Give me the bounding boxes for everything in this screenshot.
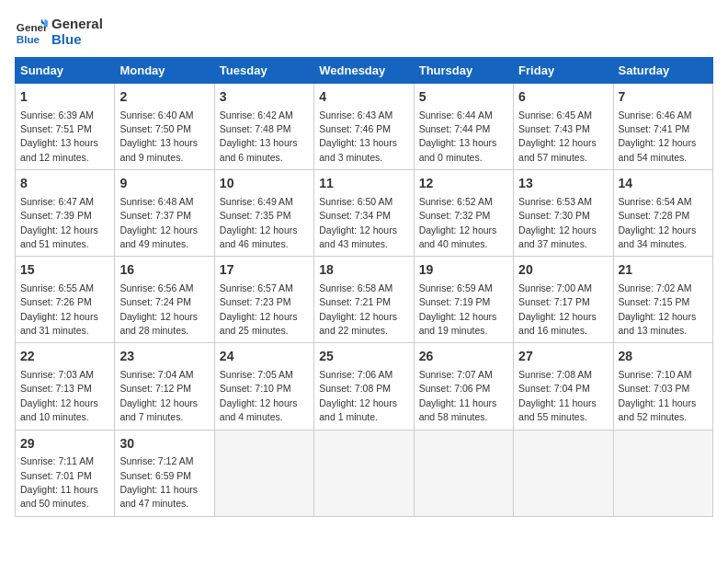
- calendar-day-cell: 4 Sunrise: 6:43 AMSunset: 7:46 PMDayligh…: [314, 84, 414, 170]
- day-number: 21: [619, 261, 708, 280]
- sunrise-info: Sunrise: 7:12 AMSunset: 6:59 PMDaylight:…: [119, 455, 198, 509]
- sunrise-info: Sunrise: 6:58 AMSunset: 7:21 PMDaylight:…: [319, 282, 397, 336]
- day-number: 7: [619, 88, 708, 107]
- calendar-day-cell: 22 Sunrise: 7:03 AMSunset: 7:13 PMDaylig…: [16, 343, 115, 430]
- day-number: 23: [119, 348, 209, 366]
- day-number: 18: [319, 261, 408, 280]
- day-number: 30: [119, 435, 209, 454]
- logo: General Blue General Blue: [15, 15, 103, 48]
- calendar-day-cell: 21 Sunrise: 7:02 AMSunset: 7:15 PMDaylig…: [613, 257, 712, 343]
- day-number: 17: [220, 261, 309, 280]
- calendar-day-cell: 12 Sunrise: 6:52 AMSunset: 7:32 PMDaylig…: [414, 170, 513, 257]
- calendar-day-cell: 30 Sunrise: 7:12 AMSunset: 6:59 PMDaylig…: [115, 430, 214, 516]
- svg-text:Blue: Blue: [17, 33, 40, 45]
- calendar-day-cell: [613, 430, 712, 516]
- calendar-day-cell: 1 Sunrise: 6:39 AMSunset: 7:51 PMDayligh…: [16, 84, 115, 170]
- sunrise-info: Sunrise: 6:57 AMSunset: 7:23 PMDaylight:…: [220, 282, 298, 336]
- sunrise-info: Sunrise: 6:53 AMSunset: 7:30 PMDaylight:…: [518, 196, 597, 249]
- col-sunday: Sunday: [16, 58, 115, 84]
- sunrise-info: Sunrise: 7:11 AMSunset: 7:01 PMDaylight:…: [20, 455, 98, 509]
- col-saturday: Saturday: [613, 58, 712, 84]
- calendar-day-cell: 19 Sunrise: 6:59 AMSunset: 7:19 PMDaylig…: [414, 257, 513, 343]
- sunrise-info: Sunrise: 6:44 AMSunset: 7:44 PMDaylight:…: [419, 109, 497, 163]
- calendar-day-cell: 29 Sunrise: 7:11 AMSunset: 7:01 PMDaylig…: [16, 430, 115, 516]
- sunrise-info: Sunrise: 7:03 AMSunset: 7:13 PMDaylight:…: [20, 369, 98, 422]
- day-number: 19: [419, 261, 508, 280]
- calendar-day-cell: 3 Sunrise: 6:42 AMSunset: 7:48 PMDayligh…: [214, 84, 313, 170]
- day-number: 22: [20, 348, 109, 366]
- calendar-day-cell: 26 Sunrise: 7:07 AMSunset: 7:06 PMDaylig…: [414, 343, 513, 430]
- sunrise-info: Sunrise: 7:00 AMSunset: 7:17 PMDaylight:…: [518, 282, 597, 336]
- calendar-day-cell: 25 Sunrise: 7:06 AMSunset: 7:08 PMDaylig…: [314, 343, 414, 430]
- sunrise-info: Sunrise: 6:39 AMSunset: 7:51 PMDaylight:…: [20, 109, 98, 163]
- calendar-table: Sunday Monday Tuesday Wednesday Thursday…: [15, 57, 713, 517]
- day-number: 25: [319, 348, 408, 366]
- day-number: 29: [20, 435, 109, 454]
- logo-general: General: [51, 16, 103, 31]
- day-number: 3: [220, 88, 309, 107]
- day-number: 15: [20, 261, 109, 280]
- calendar-week-row: 29 Sunrise: 7:11 AMSunset: 7:01 PMDaylig…: [16, 430, 713, 516]
- day-number: 20: [518, 261, 608, 280]
- calendar-day-cell: 11 Sunrise: 6:50 AMSunset: 7:34 PMDaylig…: [314, 170, 414, 257]
- calendar-day-cell: [314, 430, 414, 516]
- calendar-day-cell: 6 Sunrise: 6:45 AMSunset: 7:43 PMDayligh…: [514, 84, 613, 170]
- sunrise-info: Sunrise: 7:08 AMSunset: 7:04 PMDaylight:…: [518, 369, 597, 422]
- calendar-header-row: Sunday Monday Tuesday Wednesday Thursday…: [16, 58, 713, 84]
- calendar-day-cell: 17 Sunrise: 6:57 AMSunset: 7:23 PMDaylig…: [214, 257, 313, 343]
- day-number: 4: [319, 88, 408, 107]
- calendar-day-cell: 5 Sunrise: 6:44 AMSunset: 7:44 PMDayligh…: [414, 84, 513, 170]
- sunrise-info: Sunrise: 6:50 AMSunset: 7:34 PMDaylight:…: [319, 196, 397, 249]
- sunrise-info: Sunrise: 6:45 AMSunset: 7:43 PMDaylight:…: [518, 109, 597, 163]
- calendar-day-cell: [414, 430, 513, 516]
- sunrise-info: Sunrise: 6:40 AMSunset: 7:50 PMDaylight:…: [119, 109, 198, 163]
- sunrise-info: Sunrise: 7:05 AMSunset: 7:10 PMDaylight:…: [220, 369, 298, 422]
- sunrise-info: Sunrise: 6:49 AMSunset: 7:35 PMDaylight:…: [220, 196, 298, 249]
- col-thursday: Thursday: [414, 58, 513, 84]
- calendar-day-cell: 27 Sunrise: 7:08 AMSunset: 7:04 PMDaylig…: [514, 343, 613, 430]
- sunrise-info: Sunrise: 6:47 AMSunset: 7:39 PMDaylight:…: [20, 196, 98, 249]
- sunrise-info: Sunrise: 6:59 AMSunset: 7:19 PMDaylight:…: [419, 282, 497, 336]
- calendar-day-cell: 13 Sunrise: 6:53 AMSunset: 7:30 PMDaylig…: [514, 170, 613, 257]
- col-tuesday: Tuesday: [214, 58, 313, 84]
- day-number: 1: [20, 88, 109, 107]
- sunrise-info: Sunrise: 6:42 AMSunset: 7:48 PMDaylight:…: [220, 109, 298, 163]
- calendar-day-cell: 16 Sunrise: 6:56 AMSunset: 7:24 PMDaylig…: [115, 257, 214, 343]
- calendar-day-cell: [214, 430, 313, 516]
- calendar-day-cell: 15 Sunrise: 6:55 AMSunset: 7:26 PMDaylig…: [16, 257, 115, 343]
- calendar-day-cell: 20 Sunrise: 7:00 AMSunset: 7:17 PMDaylig…: [514, 257, 613, 343]
- calendar-week-row: 15 Sunrise: 6:55 AMSunset: 7:26 PMDaylig…: [16, 257, 713, 343]
- day-number: 8: [20, 175, 109, 193]
- day-number: 10: [220, 175, 309, 193]
- sunrise-info: Sunrise: 6:43 AMSunset: 7:46 PMDaylight:…: [319, 109, 397, 163]
- calendar-day-cell: 2 Sunrise: 6:40 AMSunset: 7:50 PMDayligh…: [115, 84, 214, 170]
- sunrise-info: Sunrise: 7:07 AMSunset: 7:06 PMDaylight:…: [419, 369, 497, 422]
- day-number: 28: [619, 348, 708, 366]
- sunrise-info: Sunrise: 7:02 AMSunset: 7:15 PMDaylight:…: [619, 282, 697, 336]
- calendar-day-cell: 7 Sunrise: 6:46 AMSunset: 7:41 PMDayligh…: [613, 84, 712, 170]
- calendar-week-row: 1 Sunrise: 6:39 AMSunset: 7:51 PMDayligh…: [16, 84, 713, 170]
- logo-icon: General Blue: [15, 15, 48, 48]
- sunrise-info: Sunrise: 6:52 AMSunset: 7:32 PMDaylight:…: [419, 196, 497, 249]
- sunrise-info: Sunrise: 7:10 AMSunset: 7:03 PMDaylight:…: [619, 369, 697, 422]
- day-number: 26: [419, 348, 508, 366]
- calendar-day-cell: 9 Sunrise: 6:48 AMSunset: 7:37 PMDayligh…: [115, 170, 214, 257]
- calendar-week-row: 22 Sunrise: 7:03 AMSunset: 7:13 PMDaylig…: [16, 343, 713, 430]
- day-number: 5: [419, 88, 508, 107]
- col-monday: Monday: [115, 58, 214, 84]
- logo-blue: Blue: [51, 31, 103, 47]
- day-number: 9: [119, 175, 209, 193]
- day-number: 2: [119, 88, 209, 107]
- day-number: 6: [518, 88, 608, 107]
- day-number: 14: [619, 175, 708, 193]
- sunrise-info: Sunrise: 6:55 AMSunset: 7:26 PMDaylight:…: [20, 282, 98, 336]
- calendar-week-row: 8 Sunrise: 6:47 AMSunset: 7:39 PMDayligh…: [16, 170, 713, 257]
- calendar-day-cell: [514, 430, 613, 516]
- calendar-day-cell: 8 Sunrise: 6:47 AMSunset: 7:39 PMDayligh…: [16, 170, 115, 257]
- day-number: 11: [319, 175, 408, 193]
- day-number: 16: [119, 261, 209, 280]
- day-number: 12: [419, 175, 508, 193]
- sunrise-info: Sunrise: 6:46 AMSunset: 7:41 PMDaylight:…: [619, 109, 697, 163]
- sunrise-info: Sunrise: 6:54 AMSunset: 7:28 PMDaylight:…: [619, 196, 697, 249]
- calendar-day-cell: 23 Sunrise: 7:04 AMSunset: 7:12 PMDaylig…: [115, 343, 214, 430]
